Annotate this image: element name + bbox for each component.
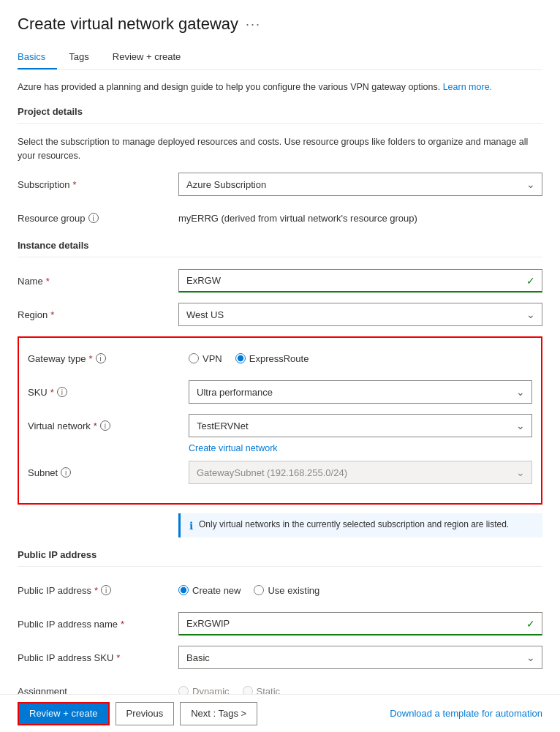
public-ip-use-existing-radio[interactable] [254,585,264,595]
region-label: Region * [18,309,178,320]
public-ip-sku-select-wrapper: Basic [178,646,542,669]
public-ip-name-input[interactable] [178,612,542,635]
sku-select-wrapper: Ultra performance [189,380,532,404]
vnet-select-wrapper: TestERVNet [189,414,532,437]
vnet-control: TestERVNet [189,414,532,437]
download-template-link[interactable]: Download a template for automation [390,708,542,719]
vnet-info-box: ℹ Only virtual networks in the currently… [178,513,542,537]
public-ip-name-required: * [121,619,124,630]
public-ip-create-new-option[interactable]: Create new [178,585,241,596]
gateway-type-required: * [89,353,93,364]
public-ip-sku-control: Basic [178,646,542,669]
sku-label: SKU * i [28,387,189,398]
sku-control: Ultra performance [189,380,532,404]
vnet-select[interactable]: TestERVNet [189,414,532,437]
vnet-row: Virtual network * i TestERVNet [28,414,532,437]
divider-3 [18,566,542,567]
public-ip-row: Public IP address * i Create new Use exi… [18,578,542,602]
subnet-value: GatewaySubnet (192.168.255.0/24) [197,467,347,478]
resource-group-value[interactable]: myERRG (derived from virtual network's r… [178,213,417,224]
gateway-type-radio-group: VPN ExpressRoute [189,353,532,364]
name-control [178,269,542,293]
subscription-required: * [73,179,77,190]
gateway-type-expressroute-radio[interactable] [235,353,246,363]
subnet-label: Subnet i [28,467,189,478]
public-ip-required: * [94,585,98,596]
name-input[interactable] [178,269,542,293]
page-title: Create virtual network gateway [18,15,238,34]
name-input-wrapper [178,269,542,293]
subscription-row: Subscription * Azure Subscription [18,173,542,196]
vnet-info-icon[interactable]: i [100,420,110,431]
public-ip-title: Public IP address [18,549,542,560]
public-ip-sku-select[interactable]: Basic [178,646,542,669]
footer-bar: Review + create Previous Next : Tags > D… [0,694,560,732]
gateway-type-vpn-radio[interactable] [189,353,199,363]
learn-more-link[interactable]: Learn more. [443,82,492,92]
region-control: West US [178,303,542,326]
sku-info-icon[interactable]: i [57,387,67,397]
subnet-control: GatewaySubnet (192.168.255.0/24) [189,461,532,484]
gateway-type-info-icon[interactable]: i [96,353,106,363]
subscription-select-wrapper: Azure Subscription [178,173,542,196]
public-ip-name-label: Public IP address name * [18,619,178,630]
public-ip-radio-group: Create new Use existing [178,585,542,596]
public-ip-use-existing-option[interactable]: Use existing [254,585,319,596]
create-vnet-link[interactable]: Create virtual network [189,443,532,453]
sku-required: * [50,387,54,398]
gateway-type-vpn-option[interactable]: VPN [189,353,222,364]
resource-group-label: Resource group i [18,213,178,224]
subnet-field: GatewaySubnet (192.168.255.0/24) [189,461,532,484]
tab-bar: Basics Tags Review + create [18,45,542,70]
page-title-bar: Create virtual network gateway ··· [18,15,542,34]
name-required: * [46,276,50,287]
public-ip-sku-required: * [116,652,120,663]
info-text: Azure has provided a planning and design… [18,80,542,94]
resource-group-info-icon[interactable]: i [88,213,99,223]
instance-details-title: Instance details [18,240,542,251]
subscription-label: Subscription * [18,179,178,190]
public-ip-control: Create new Use existing [178,585,542,596]
info-circle-icon: ℹ [189,520,193,532]
public-ip-name-row: Public IP address name * [18,612,542,635]
resource-group-control: myERRG (derived from virtual network's r… [178,213,542,224]
gateway-type-row: Gateway type * i VPN ExpressRoute [28,347,532,370]
previous-button[interactable]: Previous [116,702,175,725]
divider-2 [18,257,542,257]
subscription-select[interactable]: Azure Subscription [178,173,542,196]
public-ip-info-icon[interactable]: i [101,585,111,595]
region-required: * [50,309,54,320]
tab-basics[interactable]: Basics [18,45,57,69]
name-label: Name * [18,276,178,287]
tab-review-create[interactable]: Review + create [113,45,193,69]
gateway-type-control: VPN ExpressRoute [189,353,532,364]
region-select[interactable]: West US [178,303,542,326]
project-details-desc: Select the subscription to manage deploy… [18,135,542,163]
subnet-row: Subnet i GatewaySubnet (192.168.255.0/24… [28,461,532,484]
sku-select[interactable]: Ultra performance [189,380,532,404]
public-ip-sku-label: Public IP address SKU * [18,652,178,663]
gateway-config-section: Gateway type * i VPN ExpressRoute [18,336,542,505]
sku-row: SKU * i Ultra performance [28,380,532,404]
public-ip-name-control [178,612,542,635]
name-row: Name * [18,269,542,293]
region-select-wrapper: West US [178,303,542,326]
public-ip-name-wrapper [178,612,542,635]
subnet-info-icon[interactable]: i [61,467,71,478]
resource-group-row: Resource group i myERRG (derived from vi… [18,206,542,230]
vnet-required: * [94,420,97,431]
public-ip-sku-row: Public IP address SKU * Basic [18,646,542,669]
next-button[interactable]: Next : Tags > [180,702,257,725]
public-ip-create-new-radio[interactable] [178,585,189,595]
gateway-type-label: Gateway type * i [28,353,189,364]
gateway-type-expressroute-option[interactable]: ExpressRoute [235,353,309,364]
public-ip-label: Public IP address * i [18,585,178,596]
public-ip-section: Public IP address Public IP address * i … [18,549,542,703]
title-more-icon[interactable]: ··· [246,17,261,32]
review-create-button[interactable]: Review + create [18,702,110,725]
divider-1 [18,123,542,124]
subnet-select-wrapper: GatewaySubnet (192.168.255.0/24) [189,461,532,484]
region-row: Region * West US [18,303,542,326]
tab-tags[interactable]: Tags [69,45,100,69]
vnet-label: Virtual network * i [28,420,189,431]
